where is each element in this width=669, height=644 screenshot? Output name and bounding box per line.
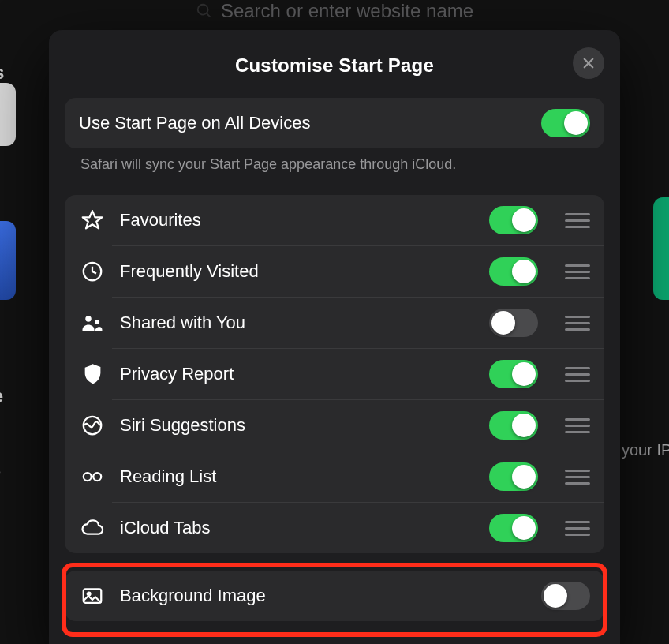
reading-icon: [79, 463, 106, 490]
image-icon: [79, 582, 106, 609]
drag-handle[interactable]: [565, 262, 590, 281]
all-devices-label: Use Start Page on All Devices: [79, 113, 527, 133]
drag-handle[interactable]: [565, 365, 590, 384]
privacy-icon: [79, 361, 106, 388]
section-row-frequent: Frequently Visited: [65, 246, 604, 297]
svg-marker-4: [83, 211, 103, 228]
drag-handle[interactable]: [565, 313, 590, 332]
drag-handle[interactable]: [565, 467, 590, 486]
favourites-icon: [79, 207, 106, 234]
background-image-label: Background Image: [120, 586, 527, 606]
section-label: iCloud Tabs: [120, 518, 475, 538]
drag-handle[interactable]: [565, 519, 590, 537]
sections-card: FavouritesFrequently VisitedShared with …: [65, 195, 604, 553]
all-devices-card: Use Start Page on All Devices: [65, 98, 604, 148]
section-label: Privacy Report: [120, 364, 475, 384]
background-image-toggle[interactable]: [541, 582, 590, 610]
section-label: Siri Suggestions: [120, 415, 475, 436]
shared-icon: [79, 309, 106, 336]
section-label: Favourites: [120, 210, 475, 230]
section-label: Reading List: [120, 466, 475, 487]
section-row-shared: Shared with You: [65, 298, 604, 348]
bg-text: In the addre: [0, 439, 55, 483]
svg-point-6: [85, 316, 92, 322]
icloud-toggle[interactable]: [489, 514, 538, 542]
section-label: Shared with You: [120, 313, 475, 333]
all-devices-toggle[interactable]: [541, 109, 590, 137]
bg-tile: [0, 221, 16, 300]
favourites-toggle[interactable]: [489, 206, 538, 234]
close-icon: [581, 56, 596, 70]
sheet-title: Customise Start Page: [235, 54, 434, 77]
bg-tile: [0, 83, 16, 146]
bg-tile: [653, 197, 669, 300]
shared-toggle[interactable]: [489, 309, 538, 337]
svg-point-10: [93, 473, 101, 481]
sync-hint: Safari will sync your Start Page appeara…: [65, 148, 604, 181]
svg-point-0: [198, 5, 208, 15]
reading-toggle[interactable]: [489, 462, 538, 491]
drag-handle[interactable]: [565, 416, 590, 435]
siri-toggle[interactable]: [489, 411, 538, 440]
section-row-siri: Siri Suggestions: [65, 400, 604, 451]
frequent-toggle[interactable]: [489, 257, 538, 286]
address-bar-placeholder: Search or enter website name: [221, 0, 473, 22]
svg-point-9: [84, 473, 92, 481]
background-image-card: Background Image: [65, 571, 604, 621]
icloud-icon: [79, 515, 106, 541]
close-button[interactable]: [573, 47, 604, 79]
customise-start-page-sheet: Customise Start Page Use Start Page on A…: [49, 30, 620, 644]
svg-point-13: [88, 593, 91, 596]
section-row-reading: Reading List: [65, 451, 604, 502]
bg-text: ng List t page: [0, 592, 55, 636]
svg-point-7: [95, 320, 99, 324]
drag-handle[interactable]: [565, 211, 590, 230]
bg-text: cy Re: [0, 385, 3, 407]
section-row-favourites: Favourites: [65, 195, 604, 245]
address-bar[interactable]: Search or enter website name: [0, 0, 669, 22]
bg-text: your IP: [622, 439, 669, 461]
siri-icon: [79, 412, 106, 439]
search-icon: [196, 2, 213, 20]
section-row-privacy: Privacy Report: [65, 349, 604, 399]
svg-line-1: [207, 13, 211, 17]
bg-text: urites: [0, 62, 4, 84]
privacy-toggle[interactable]: [489, 360, 538, 388]
frequent-icon: [79, 258, 106, 285]
section-row-icloud: iCloud Tabs: [65, 503, 604, 553]
section-label: Frequently Visited: [120, 261, 475, 282]
